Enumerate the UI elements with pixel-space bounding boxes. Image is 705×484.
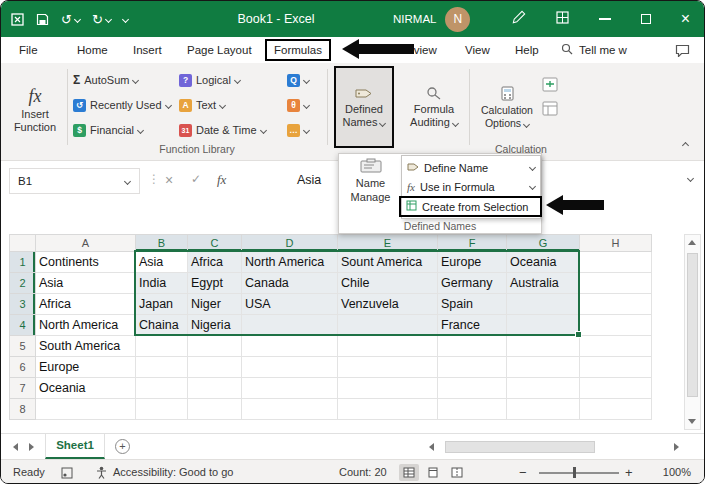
insert-function-button[interactable]: fx Insert Function <box>7 67 63 151</box>
pen-icon[interactable] <box>512 10 526 28</box>
scroll-left-icon[interactable] <box>429 443 434 451</box>
date-time-button[interactable]: 31 Date & Time <box>179 119 266 141</box>
cell-h3[interactable] <box>580 294 652 315</box>
page-break-view-button[interactable] <box>447 464 467 481</box>
zoom-out-button[interactable]: − <box>519 460 527 484</box>
expand-formula-bar-icon[interactable] <box>687 175 694 182</box>
cancel-icon[interactable]: × <box>165 172 173 188</box>
cell-f3[interactable]: Spain <box>438 294 507 315</box>
tab-formulas[interactable]: Formulas <box>265 39 331 61</box>
menu-item-define-name[interactable]: Define Name <box>402 158 540 177</box>
zoom-slider-track[interactable] <box>539 472 619 474</box>
menu-item-create-from-selection[interactable]: Create from Selection <box>399 196 542 217</box>
cell-c1[interactable]: Africa <box>188 252 242 273</box>
redo-button[interactable]: ↻ <box>92 12 111 27</box>
row-header-2[interactable]: 2 <box>10 273 36 294</box>
scroll-right-icon[interactable] <box>674 443 679 451</box>
cell-d8[interactable] <box>242 399 338 420</box>
col-header-b[interactable]: B <box>136 235 188 252</box>
cell-a4[interactable]: North America <box>36 315 136 336</box>
zoom-in-button[interactable]: + <box>625 460 633 484</box>
calculate-now-button[interactable] <box>542 73 558 95</box>
maximize-button[interactable] <box>641 14 651 24</box>
cell-g7[interactable] <box>507 378 580 399</box>
row-header-7[interactable]: 7 <box>10 378 36 399</box>
cell-d7[interactable] <box>242 378 338 399</box>
cell-d1[interactable]: North America <box>242 252 338 273</box>
select-all-corner[interactable] <box>10 235 36 252</box>
cell-f4[interactable]: France <box>438 315 507 336</box>
cell-e8[interactable] <box>338 399 438 420</box>
cell-b8[interactable] <box>136 399 188 420</box>
cell-b1-active[interactable]: Asia <box>136 252 188 273</box>
cell-b2[interactable]: India <box>136 273 188 294</box>
tab-file[interactable]: File <box>19 37 38 63</box>
comment-icon[interactable] <box>675 43 690 61</box>
minimize-button[interactable] <box>599 18 611 20</box>
row-header-5[interactable]: 5 <box>10 336 36 357</box>
cell-b3[interactable]: Japan <box>136 294 188 315</box>
cell-b4[interactable]: Chaina <box>136 315 188 336</box>
col-header-g[interactable]: G <box>507 235 580 252</box>
tab-home[interactable]: Home <box>77 37 108 63</box>
name-box[interactable]: B1 <box>9 168 140 194</box>
cell-f5[interactable] <box>438 336 507 357</box>
more-functions-button[interactable]: … <box>287 119 309 141</box>
logical-button[interactable]: ? Logical <box>179 69 240 91</box>
cell-g4[interactable] <box>507 315 580 336</box>
cell-h5[interactable] <box>580 336 652 357</box>
accessibility-status[interactable]: Accessibility: Good to go <box>113 460 233 484</box>
cell-c6[interactable] <box>188 357 242 378</box>
row-header-4[interactable]: 4 <box>10 315 36 336</box>
cell-a7[interactable]: Oceania <box>36 378 136 399</box>
avatar[interactable]: N <box>445 7 470 32</box>
cell-a8[interactable] <box>36 399 136 420</box>
cell-a6[interactable]: Europe <box>36 357 136 378</box>
vertical-scrollbar[interactable] <box>684 234 701 430</box>
row-header-1[interactable]: 1 <box>10 252 36 273</box>
cell-f1[interactable]: Europe <box>438 252 507 273</box>
scroll-up-icon[interactable] <box>688 240 696 245</box>
cell-a3[interactable]: Africa <box>36 294 136 315</box>
horizontal-scrollbar[interactable] <box>429 440 679 454</box>
drag-handle-icon[interactable]: ⋮ <box>148 172 160 186</box>
next-sheet-icon[interactable] <box>29 443 34 451</box>
sheet-tab-sheet1[interactable]: Sheet1 <box>45 434 105 459</box>
tell-me-search[interactable]: Tell me w <box>561 37 627 63</box>
cell-d3[interactable]: USA <box>242 294 338 315</box>
col-header-h[interactable]: H <box>580 235 652 252</box>
tab-insert[interactable]: Insert <box>133 37 162 63</box>
formula-auditing-button[interactable]: Formula Auditing <box>402 66 466 148</box>
save-icon[interactable] <box>36 13 49 26</box>
menu-item-use-in-formula[interactable]: fx Use in Formula <box>402 177 540 196</box>
cell-c2[interactable]: Egypt <box>188 273 242 294</box>
insert-function-fx-icon[interactable]: fx <box>217 172 226 188</box>
new-sheet-button[interactable]: + <box>115 439 130 454</box>
enter-icon[interactable]: ✓ <box>191 172 201 186</box>
cell-c8[interactable] <box>188 399 242 420</box>
cell-e2[interactable]: Chile <box>338 273 438 294</box>
cell-d4[interactable] <box>242 315 338 336</box>
cell-h2[interactable] <box>580 273 652 294</box>
cell-a1[interactable]: Continents <box>36 252 136 273</box>
cell-f6[interactable] <box>438 357 507 378</box>
cell-e6[interactable] <box>338 357 438 378</box>
math-trig-button[interactable]: θ <box>287 94 309 116</box>
cell-e7[interactable] <box>338 378 438 399</box>
macro-record-icon[interactable] <box>61 467 73 484</box>
financial-button[interactable]: $ Financial <box>73 119 143 141</box>
cell-e3[interactable]: Venzuvela <box>338 294 438 315</box>
close-button[interactable]: × <box>681 11 690 27</box>
cell-g5[interactable] <box>507 336 580 357</box>
name-manager-button[interactable]: Name Manage <box>342 158 399 203</box>
defined-names-button[interactable]: Defined Names <box>334 66 394 148</box>
zoom-slider-thumb[interactable] <box>573 467 576 478</box>
cell-f2[interactable]: Germany <box>438 273 507 294</box>
col-header-d[interactable]: D <box>242 235 338 252</box>
autosum-button[interactable]: Σ AutoSum <box>73 69 138 91</box>
calculate-sheet-button[interactable] <box>542 97 558 119</box>
cell-a2[interactable]: Asia <box>36 273 136 294</box>
horizontal-scroll-thumb[interactable] <box>445 441 595 453</box>
cell-g6[interactable] <box>507 357 580 378</box>
cell-c5[interactable] <box>188 336 242 357</box>
